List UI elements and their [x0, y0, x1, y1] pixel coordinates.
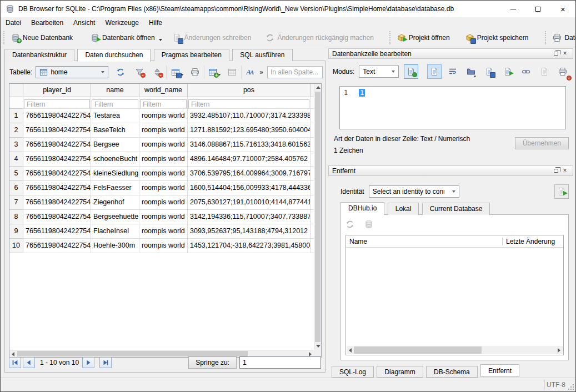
- menu-werkzeuge[interactable]: Werkzeuge: [100, 18, 143, 28]
- grid-hscroll-thumb[interactable]: [17, 351, 248, 356]
- word-wrap-button[interactable]: [445, 64, 460, 79]
- row-number[interactable]: 8: [9, 210, 23, 224]
- remote-horizontal-scrollbar[interactable]: [347, 346, 563, 354]
- remote-refresh-icon[interactable]: [345, 220, 354, 229]
- grid-corner[interactable]: [9, 84, 23, 97]
- attach-database-button[interactable]: Datenbank anhängen: [549, 31, 576, 45]
- tab-dbhub[interactable]: DBHub.io: [340, 202, 384, 215]
- menu-ansicht[interactable]: Ansicht: [68, 18, 100, 28]
- menu-bearbeiten[interactable]: Bearbeiten: [26, 18, 68, 28]
- menu-datei[interactable]: Datei: [1, 18, 26, 28]
- tab-daten-durchsuchen[interactable]: Daten durchsuchen: [77, 49, 151, 62]
- row-number[interactable]: 1: [9, 109, 23, 123]
- last-page-button[interactable]: [99, 357, 112, 368]
- open-database-dropdown[interactable]: [159, 39, 162, 41]
- previous-page-button[interactable]: [23, 357, 35, 368]
- copy-link-button[interactable]: [519, 64, 533, 79]
- open-database-button[interactable]: Datenbank öffnen: [87, 31, 159, 45]
- row-number[interactable]: 10: [9, 239, 23, 253]
- close-panel-button[interactable]: ×: [560, 167, 569, 175]
- grid-vscroll-thumb[interactable]: [315, 92, 320, 342]
- identity-select[interactable]: Select an identity to connect: [369, 185, 459, 198]
- tab-lokal[interactable]: Lokal: [388, 203, 419, 215]
- clear-sorting-icon[interactable]: [153, 68, 162, 77]
- row-number[interactable]: 2: [9, 123, 23, 138]
- row-number[interactable]: 6: [9, 181, 23, 195]
- remote-hscroll-thumb[interactable]: [354, 346, 482, 354]
- row-number[interactable]: 4: [9, 152, 23, 167]
- write-changes-button[interactable]: Änderungen schreiben: [169, 31, 256, 45]
- scroll-up-arrow[interactable]: [314, 84, 322, 91]
- scroll-right-arrow[interactable]: [555, 346, 563, 354]
- dock-tab-diagramm[interactable]: Diagramm: [377, 366, 423, 378]
- close-button[interactable]: ×: [550, 1, 575, 17]
- scroll-down-arrow[interactable]: [314, 343, 322, 350]
- apply-button[interactable]: Übernehmen: [515, 137, 569, 149]
- search-all-columns-input[interactable]: [267, 66, 323, 78]
- tab-current-database[interactable]: Current Database: [422, 203, 490, 215]
- resize-grip[interactable]: [568, 384, 574, 390]
- goto-input[interactable]: [239, 356, 321, 369]
- grid-vertical-scrollbar[interactable]: [314, 84, 321, 350]
- goto-button[interactable]: Springe zu:: [188, 356, 237, 369]
- filter-input-player-id[interactable]: [24, 99, 90, 109]
- open-project-button[interactable]: Projekt öffnen: [393, 31, 454, 45]
- row-number[interactable]: 5: [9, 167, 23, 181]
- scroll-left-arrow[interactable]: [347, 346, 354, 354]
- next-page-button[interactable]: [82, 357, 94, 368]
- first-page-button[interactable]: [9, 357, 21, 368]
- font-settings-icon[interactable]: AA: [246, 68, 253, 77]
- editor-content[interactable]: 1: [359, 89, 365, 97]
- close-panel-button[interactable]: ×: [560, 49, 569, 58]
- open-database-icon: [91, 33, 99, 42]
- remote-col-modified[interactable]: Letzte Änderung: [502, 238, 563, 245]
- filter-input-name[interactable]: [92, 99, 138, 109]
- export-to-file-button[interactable]: [482, 64, 497, 79]
- new-record-icon[interactable]: [208, 68, 217, 77]
- new-record-dropdown[interactable]: [218, 74, 221, 76]
- save-table-icon[interactable]: [171, 68, 180, 77]
- remote-clone-database-icon[interactable]: [364, 220, 373, 229]
- refresh-table-icon[interactable]: [116, 68, 125, 77]
- col-header-name[interactable]: name: [91, 84, 139, 97]
- minimize-button[interactable]: [500, 1, 525, 17]
- float-panel-button[interactable]: [552, 167, 560, 175]
- maximize-button[interactable]: [525, 1, 550, 17]
- float-panel-button[interactable]: [552, 49, 560, 58]
- dock-tab-entfernt[interactable]: Entfernt: [480, 364, 519, 377]
- app-window: DB Browser for SQLite - C:\Program Files…: [0, 0, 576, 392]
- browse-overflow-chevron[interactable]: »: [259, 68, 263, 76]
- tab-sql-ausfuehren[interactable]: SQL ausführen: [232, 49, 292, 61]
- menu-hilfe[interactable]: Hilfe: [144, 18, 167, 28]
- tab-pragmas-bearbeiten[interactable]: Pragmas bearbeiten: [154, 49, 229, 61]
- save-project-button[interactable]: Projekt speichern: [462, 31, 533, 45]
- table-select[interactable]: home: [36, 66, 108, 78]
- cell-value-editor[interactable]: 1 1: [339, 86, 566, 129]
- auto-format-button[interactable]: [404, 64, 418, 79]
- delete-record-icon[interactable]: [228, 68, 237, 77]
- remote-col-name[interactable]: Name: [346, 238, 502, 245]
- filter-input-world-name[interactable]: [140, 99, 187, 109]
- col-header-world-name[interactable]: world_name: [139, 84, 188, 97]
- clear-filters-icon[interactable]: [135, 68, 144, 77]
- col-header-pos[interactable]: pos: [188, 84, 310, 97]
- row-number[interactable]: 3: [9, 138, 23, 152]
- mode-select[interactable]: Text: [359, 66, 399, 78]
- print-table-icon[interactable]: [191, 68, 199, 77]
- set-null-button[interactable]: [537, 64, 552, 79]
- save-table-dropdown[interactable]: [181, 74, 183, 76]
- import-from-file-button[interactable]: [464, 64, 478, 79]
- tab-datenbankstruktur[interactable]: Datenbankstruktur: [4, 49, 74, 61]
- col-header-player-id[interactable]: player_id: [23, 84, 91, 97]
- revert-changes-button[interactable]: Änderungen rückgängig machen: [262, 31, 377, 45]
- filter-input-pos[interactable]: [188, 99, 309, 109]
- open-in-external-button[interactable]: [500, 64, 515, 79]
- dock-tab-sql-log[interactable]: SQL-Log: [332, 366, 374, 378]
- row-number[interactable]: 9: [9, 224, 23, 239]
- text-mode-button[interactable]: [427, 64, 442, 79]
- dock-tab-db-schema[interactable]: DB-Schema: [426, 366, 478, 378]
- new-database-button[interactable]: Neue Datenbank: [7, 31, 77, 45]
- push-database-button[interactable]: [554, 184, 569, 199]
- encoding-indicator[interactable]: UTF-8: [547, 381, 565, 389]
- row-number[interactable]: 7: [9, 195, 23, 210]
